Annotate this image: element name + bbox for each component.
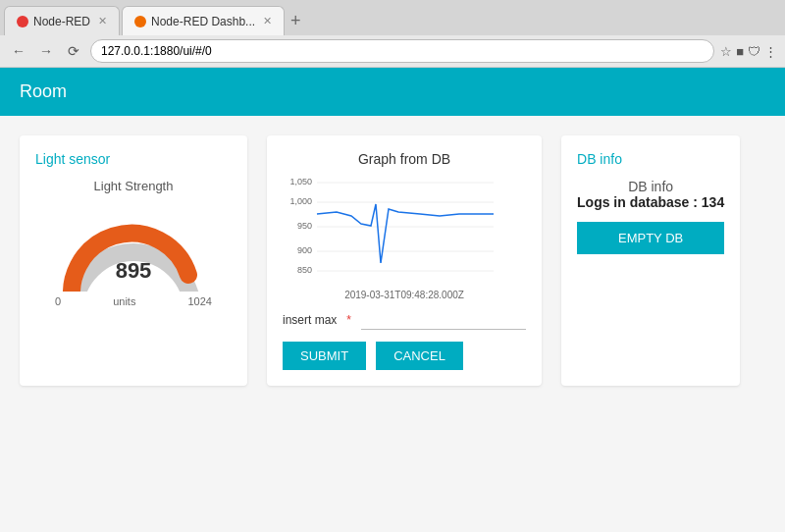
tab-bar: Node-RED ✕ Node-RED Dashb... ✕ +	[0, 0, 785, 35]
app-header: Room	[0, 68, 785, 116]
light-sensor-title: Light sensor	[35, 151, 232, 167]
graph-area: 1,050 1,000 950 900 850	[283, 175, 526, 286]
gauge-section: Light Strength 895 0 units 1024	[35, 179, 232, 307]
bookmark-button[interactable]: ☆	[720, 44, 732, 59]
shield-icon[interactable]: 🛡	[748, 44, 760, 59]
tab-icon-node-red	[17, 16, 28, 27]
app-title: Room	[20, 81, 67, 101]
tab-label-node-red: Node-RED	[33, 15, 90, 28]
forward-button[interactable]: →	[35, 40, 57, 62]
gauge-container: 895	[55, 203, 212, 292]
gauge-min: 0	[55, 295, 61, 307]
svg-text:950: 950	[297, 221, 312, 231]
address-bar-row: ← → ⟳ ☆ ■ 🛡 ⋮	[0, 35, 785, 67]
gauge-axis: 0 units 1024	[55, 295, 212, 307]
graph-title: Graph from DB	[283, 151, 526, 167]
button-row: SUBMIT CANCEL	[283, 342, 526, 370]
light-sensor-panel: Light sensor Light Strength 895 0 units …	[20, 135, 247, 386]
tab-node-red[interactable]: Node-RED ✕	[4, 6, 120, 35]
svg-text:850: 850	[297, 265, 312, 275]
address-input[interactable]	[90, 39, 714, 63]
gauge-max: 1024	[188, 295, 212, 307]
gauge-value: 895	[116, 258, 152, 284]
db-info-subtitle: DB info	[577, 179, 724, 194]
back-button[interactable]: ←	[8, 40, 29, 62]
refresh-button[interactable]: ⟳	[63, 40, 84, 62]
svg-text:900: 900	[297, 245, 312, 255]
empty-db-button[interactable]: EMPTY DB	[577, 222, 724, 254]
db-info-box: DB info Logs in database : 134	[577, 179, 724, 210]
svg-text:1,000: 1,000	[289, 196, 312, 206]
new-tab-button[interactable]: +	[290, 11, 301, 31]
tab-icon-dashboard	[134, 16, 146, 27]
graph-svg: 1,050 1,000 950 900 850	[283, 175, 498, 283]
insert-form-row: insert max *	[283, 310, 526, 330]
graph-timestamp: 2019-03-31T09:48:28.000Z	[283, 290, 526, 300]
cancel-button[interactable]: CANCEL	[376, 342, 463, 370]
db-info-title: DB info	[577, 151, 724, 167]
insert-label: insert max	[283, 313, 337, 327]
browser-actions: ☆ ■ 🛡 ⋮	[720, 44, 777, 59]
svg-text:1,050: 1,050	[289, 177, 312, 186]
app-content: Light sensor Light Strength 895 0 units …	[0, 116, 785, 405]
required-marker: *	[346, 313, 351, 327]
browser-chrome: Node-RED ✕ Node-RED Dashb... ✕ + ← → ⟳ ☆…	[0, 0, 785, 68]
gauge-unit: units	[113, 295, 135, 307]
graph-panel: Graph from DB 1,050 1,000 950 900 850 20…	[267, 135, 542, 386]
tab-label-dashboard: Node-RED Dashb...	[151, 15, 255, 28]
submit-button[interactable]: SUBMIT	[283, 342, 366, 370]
db-log-count: Logs in database : 134	[577, 194, 724, 210]
extensions-button[interactable]: ■	[736, 44, 744, 59]
tab-close-node-red[interactable]: ✕	[98, 15, 107, 27]
insert-max-input[interactable]	[361, 310, 526, 330]
tab-node-red-dashboard[interactable]: Node-RED Dashb... ✕	[122, 6, 285, 35]
db-info-panel: DB info DB info Logs in database : 134 E…	[561, 135, 740, 386]
gauge-label: Light Strength	[94, 179, 174, 193]
tab-close-dashboard[interactable]: ✕	[263, 15, 272, 27]
menu-button[interactable]: ⋮	[764, 44, 777, 59]
